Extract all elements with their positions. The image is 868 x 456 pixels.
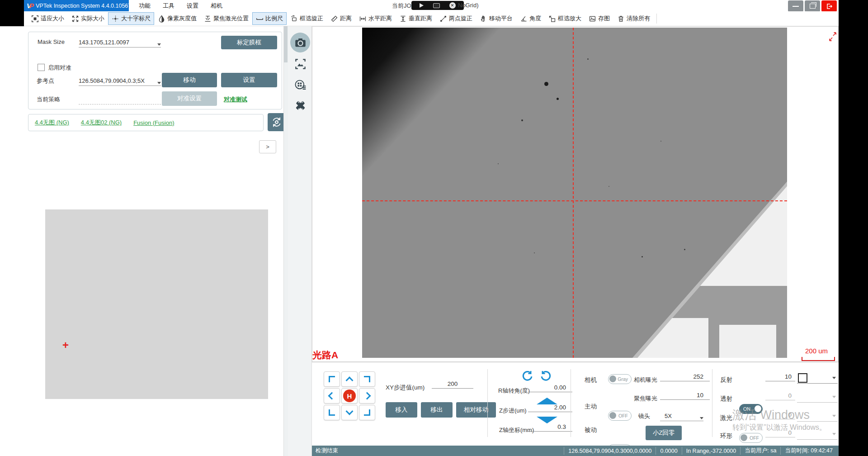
transmit-option-dropdown[interactable] bbox=[797, 391, 838, 403]
menu-function[interactable]: 功能 bbox=[139, 2, 151, 10]
transmit-toggle[interactable]: OFF bbox=[739, 433, 763, 443]
crosshair-vertical bbox=[573, 28, 574, 358]
reflect-option-dropdown[interactable] bbox=[797, 372, 838, 384]
title-bar: VP VPTek Inspection System 4.4.0.10567[A… bbox=[24, 0, 839, 11]
home-icon: H bbox=[343, 390, 356, 402]
refresh-jobs-button[interactable] bbox=[268, 113, 286, 131]
move-in-button[interactable]: 移入 bbox=[386, 402, 417, 418]
fit-size-icon bbox=[31, 15, 39, 23]
enable-align-label: 启用对准 bbox=[48, 64, 71, 72]
strategy-dropdown[interactable] bbox=[79, 92, 161, 104]
nav-down-left-button[interactable] bbox=[324, 405, 340, 420]
menu-camera[interactable]: 相机 bbox=[211, 2, 222, 10]
toolbar-horizontal-distance[interactable]: 水平距离 bbox=[355, 12, 396, 25]
toolbar-angle[interactable]: 角度 bbox=[516, 12, 545, 25]
nav-down-button[interactable] bbox=[341, 405, 358, 420]
actual-size-icon bbox=[71, 15, 79, 23]
camera-view-button[interactable] bbox=[290, 33, 310, 52]
toolbar-fit-size[interactable]: 适应大小 bbox=[28, 12, 68, 25]
toolbar-move-stage[interactable]: 移动平台 bbox=[476, 12, 516, 25]
lens-dropdown[interactable]: 5X bbox=[660, 408, 703, 421]
focus-exposure-input[interactable]: 10 bbox=[660, 392, 710, 400]
job-link-2[interactable]: 4.4无图02 (NG) bbox=[81, 119, 122, 127]
expand-panel-button[interactable]: > bbox=[259, 140, 276, 153]
align-test-link[interactable]: 对准测试 bbox=[224, 95, 247, 104]
screen-recorder-overlay[interactable]: ✕ bbox=[411, 1, 464, 10]
toolbar-focus-laser[interactable]: 聚焦激光位置 bbox=[200, 12, 252, 25]
nav-up-left-button[interactable] bbox=[324, 371, 340, 387]
set-button[interactable]: 设置 bbox=[221, 73, 277, 87]
toolbar-zoom-rect[interactable]: 框选放大 bbox=[545, 12, 585, 25]
ref-point-dropdown[interactable]: 126.5084,79.0904,0.3;5X bbox=[79, 73, 161, 86]
minimize-button[interactable] bbox=[788, 0, 803, 12]
move-button[interactable]: 移动 bbox=[162, 73, 217, 87]
nav-right-button[interactable] bbox=[359, 388, 375, 404]
job-link-1[interactable]: 4.4无图 (NG) bbox=[35, 119, 69, 127]
status-coordinates: 126.5084,79.0904,0.3000,0.0000 bbox=[564, 447, 656, 454]
z-coord-input[interactable]: 0.3 bbox=[528, 423, 572, 432]
distance-icon bbox=[330, 15, 338, 23]
xy-step-input[interactable]: 200 bbox=[432, 380, 473, 389]
toolbar-scale-ruler[interactable]: 比例尺 bbox=[252, 12, 287, 25]
menu-tools[interactable]: 工具 bbox=[163, 2, 175, 10]
nav-left-button[interactable] bbox=[324, 388, 340, 404]
enable-align-checkbox[interactable] bbox=[38, 64, 45, 71]
mask-size-dropdown[interactable]: 143.1705,121.0097 bbox=[79, 35, 161, 48]
corner-down-right-icon bbox=[364, 409, 370, 416]
toolbar-clear-all[interactable]: 清除所有 bbox=[613, 12, 654, 25]
camera-mode-toggle[interactable]: Gray bbox=[608, 374, 632, 384]
toolbar-actual-size[interactable]: 实际大小 bbox=[68, 12, 108, 25]
exit-button[interactable] bbox=[821, 0, 837, 12]
transmit-value-input[interactable]: 0 bbox=[765, 392, 795, 400]
nav-home-button[interactable]: H bbox=[341, 388, 358, 404]
toolbar-vertical-distance[interactable]: 垂直距离 bbox=[396, 12, 436, 25]
relative-move-button[interactable]: 相对移动 bbox=[456, 402, 496, 418]
z-up-button[interactable] bbox=[537, 398, 557, 404]
menu-bar: 功能 工具 设置 相机 bbox=[132, 0, 222, 11]
toolbar-cross-ruler[interactable]: 大十字标尺 bbox=[108, 12, 154, 25]
move-out-button[interactable]: 移出 bbox=[421, 402, 453, 418]
r-axis-input[interactable]: 0.00 bbox=[528, 384, 572, 392]
toolbar-rect-rotate[interactable]: 框选旋正 bbox=[287, 12, 327, 25]
collapse-view-icon[interactable] bbox=[829, 31, 837, 42]
corner-up-right-icon bbox=[364, 376, 370, 382]
calibrate-mask-button[interactable]: 标定膜框 bbox=[221, 36, 277, 49]
panel-divider-thumb[interactable] bbox=[284, 26, 288, 62]
reflect-label: 反射 bbox=[720, 376, 732, 384]
active-toggle[interactable]: OFF bbox=[608, 411, 632, 421]
measure-tools-button[interactable] bbox=[292, 97, 309, 114]
toolbar-save-image[interactable]: 存图 bbox=[585, 12, 613, 25]
z-step-input[interactable]: 2.00 bbox=[528, 404, 572, 412]
focus-exposure-label: 聚焦曝光 bbox=[634, 394, 657, 403]
gray-value-icon bbox=[158, 15, 165, 23]
menu-settings[interactable]: 设置 bbox=[187, 2, 198, 10]
rotate-cw-button[interactable] bbox=[540, 370, 552, 382]
lens-label: 镜头 bbox=[638, 412, 650, 420]
stage-preview-map[interactable]: + bbox=[45, 209, 268, 399]
strategy-label: 当前策略 bbox=[37, 95, 60, 104]
windows-activation-hint: 转到“设置”以激活 Windows。 bbox=[732, 423, 826, 432]
rotate-ccw-button[interactable] bbox=[521, 370, 533, 382]
job-link-3[interactable]: Fusion (Fusion) bbox=[133, 119, 174, 126]
toolbar-distance[interactable]: 距离 bbox=[327, 12, 355, 25]
toolbar-two-point-rotate[interactable]: 两点旋正 bbox=[436, 12, 476, 25]
nav-up-right-button[interactable] bbox=[359, 371, 375, 387]
toolbar-gray-value[interactable]: 像素灰度值 bbox=[154, 12, 200, 25]
chevron-left-icon bbox=[328, 392, 336, 400]
grid-list-view-button[interactable] bbox=[292, 76, 309, 93]
reflect-checkbox[interactable] bbox=[798, 373, 807, 383]
nav-up-button[interactable] bbox=[341, 371, 358, 387]
z-home-button[interactable]: 小Z回零 bbox=[646, 426, 682, 440]
camera-exposure-input[interactable]: 252 bbox=[660, 373, 710, 381]
recorder-screen-icon bbox=[433, 3, 440, 8]
microscope-image[interactable] bbox=[362, 28, 787, 358]
windows-activation-watermark: 激活 Windows bbox=[732, 407, 810, 423]
align-settings-button[interactable]: 对准设置 bbox=[162, 91, 217, 106]
snapshot-view-button[interactable] bbox=[292, 55, 309, 72]
minimize-icon bbox=[793, 6, 799, 7]
restore-button[interactable] bbox=[805, 0, 820, 12]
reflect-value-input[interactable]: 10 bbox=[765, 373, 795, 381]
nav-down-right-button[interactable] bbox=[359, 405, 375, 420]
z-down-button[interactable] bbox=[537, 417, 557, 423]
measure-tools-icon bbox=[294, 100, 307, 112]
